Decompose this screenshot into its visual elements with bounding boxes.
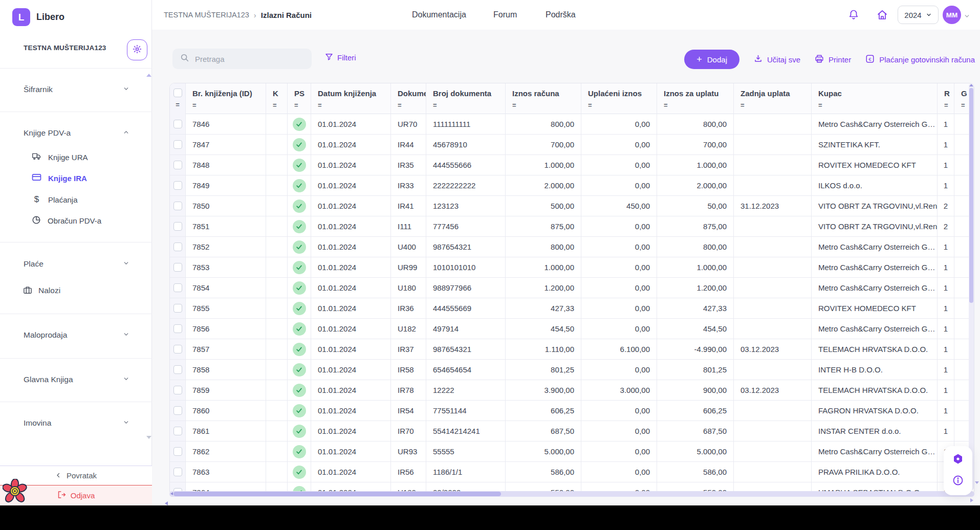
cell-select[interactable]	[170, 319, 186, 339]
cell-select[interactable]	[170, 114, 186, 134]
row-checkbox[interactable]	[173, 324, 182, 333]
row-checkbox[interactable]	[173, 120, 182, 128]
printer-button[interactable]: Printer	[815, 54, 851, 65]
year-select[interactable]: 2024	[898, 6, 939, 24]
row-checkbox[interactable]	[173, 304, 182, 313]
table-row[interactable]: 786301.01.2024IR561186/1/1586,000,00586,…	[170, 462, 974, 482]
table-row[interactable]: 785301.01.2024UR9910101010101.000,000,00…	[170, 257, 974, 278]
column-header-ps[interactable]: PS=	[288, 83, 311, 114]
row-checkbox[interactable]	[173, 161, 182, 169]
cell-select[interactable]	[170, 278, 186, 298]
scroll-right-arrow[interactable]	[970, 498, 973, 502]
sidebar-item-imovina[interactable]: Imovina	[0, 414, 152, 432]
table-row[interactable]: 785001.01.2024IR41123123500,00450,0050,0…	[170, 196, 974, 216]
vertical-scrollbar[interactable]	[969, 83, 974, 490]
cell-select[interactable]	[170, 360, 186, 380]
column-header-select[interactable]: =	[170, 83, 186, 114]
table-row[interactable]: 785601.01.2024U182497914454,500,00454,50…	[170, 319, 974, 339]
sidebar-item-knjige-ura[interactable]: Knjige URA	[0, 148, 152, 166]
column-header-datum[interactable]: Datum knjiženja=	[311, 83, 391, 114]
filter-operator[interactable]: =	[818, 101, 937, 109]
row-checkbox[interactable]	[173, 140, 182, 149]
sidebar-item-place[interactable]: Plaće	[0, 255, 152, 273]
row-checkbox[interactable]	[173, 263, 182, 272]
app-logo[interactable]: L Libero	[12, 8, 64, 26]
select-all-checkbox[interactable]	[173, 89, 182, 97]
cash-payment-button[interactable]: € Plaćanje gotovinskih računa	[865, 54, 975, 65]
cell-select[interactable]	[170, 257, 186, 277]
sidebar-item-placanja[interactable]: $ Plaćanja	[0, 191, 152, 208]
filter-operator[interactable]: =	[192, 101, 266, 109]
table-row[interactable]: 785101.01.2024I111777456875,000,00875,00…	[170, 216, 974, 237]
column-header-kupac[interactable]: Kupac=	[812, 83, 938, 114]
table-row[interactable]: 784601.01.2024UR701111111111800,000,0080…	[170, 114, 974, 135]
table-row[interactable]: 785901.01.2024IR78122223.900,003.000,009…	[170, 380, 974, 401]
filter-operator[interactable]: =	[588, 101, 657, 109]
avatar[interactable]: MM	[943, 6, 961, 24]
cell-select[interactable]	[170, 175, 186, 195]
cell-select[interactable]	[170, 339, 186, 359]
filter-operator[interactable]: =	[512, 101, 581, 109]
add-button[interactable]: + Dodaj	[684, 50, 739, 69]
column-header-iznos[interactable]: Iznos računa=	[506, 83, 581, 114]
cell-select[interactable]	[170, 155, 186, 175]
table-row[interactable]: 784701.01.2024IR4445678910700,000,00700,…	[170, 135, 974, 155]
table-row[interactable]: 785801.01.2024IR58654654654801,250,00801…	[170, 360, 974, 380]
filters-button[interactable]: Filteri	[325, 53, 356, 62]
cell-select[interactable]	[170, 380, 186, 400]
scroll-up-arrow[interactable]	[969, 84, 973, 86]
horizontal-scrollbar[interactable]	[169, 491, 974, 497]
table-row[interactable]: 784901.01.2024IR3322222222222.000,000,00…	[170, 175, 974, 196]
cell-select[interactable]	[170, 216, 186, 236]
filter-operator[interactable]: =	[318, 101, 390, 109]
filter-operator[interactable]: =	[176, 101, 180, 108]
column-header-uplaceni[interactable]: Uplaćeni iznos=	[581, 83, 657, 114]
search-box[interactable]	[172, 49, 312, 69]
load-all-button[interactable]: Učitaj sve	[754, 54, 800, 64]
nav-dokumentacija[interactable]: Dokumentacija	[412, 0, 466, 30]
table-row[interactable]: 786201.01.2024UR93555555.000,000,005.000…	[170, 441, 974, 462]
sidebar-item-obracun-pdva[interactable]: Obračun PDV-a	[0, 212, 152, 229]
sidebar-scroll-down-arrow[interactable]	[146, 436, 151, 439]
sidebar-item-nalozi[interactable]: Nalozi	[0, 282, 152, 299]
info-icon[interactable]	[952, 474, 964, 489]
table-row[interactable]: 786001.01.2024IR5477551144606,250,00606,…	[170, 401, 974, 421]
row-checkbox[interactable]	[173, 365, 182, 374]
filter-operator[interactable]: =	[433, 101, 505, 109]
horizontal-scrollbar-thumb[interactable]	[173, 492, 501, 496]
cell-select[interactable]	[170, 421, 186, 441]
row-checkbox[interactable]	[173, 345, 182, 354]
breadcrumb-root[interactable]: TESTNA MUŠTERIJA123	[164, 11, 249, 19]
cell-select[interactable]	[170, 441, 186, 461]
filter-operator[interactable]: =	[664, 101, 733, 109]
cell-select[interactable]	[170, 196, 186, 216]
row-checkbox[interactable]	[173, 283, 182, 292]
row-checkbox[interactable]	[173, 427, 182, 435]
column-header-zadnja[interactable]: Zadnja uplata=	[734, 83, 812, 114]
sidebar-item-sifrarnik[interactable]: Šifrarnik	[0, 81, 152, 98]
row-checkbox[interactable]	[173, 468, 182, 476]
cell-select[interactable]	[170, 401, 186, 421]
home-icon[interactable]	[876, 9, 888, 23]
company-settings-button[interactable]	[127, 39, 147, 60]
filter-operator[interactable]: =	[273, 101, 287, 109]
table-row[interactable]: 784801.01.2024IR354445556661.000,000,001…	[170, 155, 974, 175]
row-checkbox[interactable]	[173, 406, 182, 415]
row-checkbox[interactable]	[173, 222, 182, 231]
search-input[interactable]	[195, 55, 302, 63]
scroll-left-arrow[interactable]	[170, 492, 173, 495]
column-header-k[interactable]: K=	[266, 83, 288, 114]
cell-select[interactable]	[170, 298, 186, 318]
filter-operator[interactable]: =	[944, 101, 954, 109]
sidebar-item-maloprodaja[interactable]: Maloprodaja	[0, 326, 152, 344]
column-header-broj[interactable]: Broj dokumenta=	[426, 83, 506, 114]
sidebar-item-glavna-knjiga[interactable]: Glavna Knjiga	[0, 371, 152, 388]
sidebar-item-knjige-ira[interactable]: Knjige IRA	[0, 169, 152, 187]
table-row[interactable]: 785501.01.2024IR36444555669427,330,00427…	[170, 298, 974, 319]
sidebar-scroll-up-arrow[interactable]	[146, 74, 151, 77]
row-checkbox[interactable]	[173, 242, 182, 251]
sidebar-item-knjige-pdva[interactable]: Knjige PDV-a	[0, 124, 152, 142]
table-row[interactable]: 785701.01.2024IR379876543211.110,006.100…	[170, 339, 974, 360]
cell-select[interactable]	[170, 135, 186, 154]
filter-operator[interactable]: =	[398, 101, 426, 109]
